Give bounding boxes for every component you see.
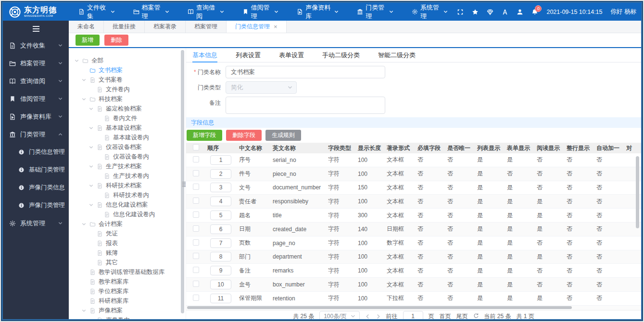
table-row-1[interactable]: 1序号serial_no字符100文本框否否是是否否否: [186, 153, 641, 167]
chevron-down-icon[interactable]: [82, 309, 89, 313]
workspace-tab-3[interactable]: 档案著录: [145, 21, 186, 33]
table-row-5[interactable]: 5题名title字符300文本框否否是是是否否: [186, 209, 641, 223]
tree-node-11[interactable]: 仪器设备卷内: [73, 152, 179, 161]
sidebar-item-3[interactable]: 查询借阅: [3, 72, 69, 90]
nav-menu-1[interactable]: 文件收集: [69, 3, 124, 21]
chevron-down-icon[interactable]: [89, 184, 97, 188]
order-input[interactable]: 3: [210, 183, 231, 192]
nav-menu-6[interactable]: 门类管理: [348, 3, 403, 21]
row-checkbox[interactable]: [193, 267, 199, 273]
row-checkbox[interactable]: [193, 211, 199, 218]
table-row-10[interactable]: 10盒号box_number字符100文本框否否是是否否否: [186, 278, 641, 292]
type-select[interactable]: 简化: [226, 81, 297, 94]
next-page-button[interactable]: [376, 314, 381, 319]
refresh-button[interactable]: [473, 313, 479, 319]
tree-node-7[interactable]: 卷内文件: [73, 113, 179, 123]
prev-page-button[interactable]: [365, 314, 370, 319]
row-checkbox[interactable]: [193, 295, 199, 301]
row-checkbox[interactable]: [193, 253, 199, 259]
table-horizontal-scrollbar[interactable]: [186, 306, 641, 310]
sidebar-item-7[interactable]: 系统管理: [3, 214, 69, 232]
nav-menu-7[interactable]: 系统管理: [403, 3, 457, 21]
splitter-grip[interactable]: ▬▬▬▬: [182, 181, 186, 186]
nav-menu-4[interactable]: 借阅管理: [233, 3, 288, 21]
order-input[interactable]: 4: [210, 197, 231, 206]
tree-node-6[interactable]: 鉴定检验档案: [73, 104, 179, 113]
field-button-2[interactable]: 删除字段: [226, 130, 262, 141]
order-input[interactable]: 10: [210, 280, 231, 289]
row-checkbox[interactable]: [193, 170, 199, 176]
topbar-icon-button[interactable]: [517, 9, 523, 15]
topbar-icon-button[interactable]: [457, 9, 464, 15]
chevron-down-icon[interactable]: [89, 107, 97, 111]
remark-textarea[interactable]: [226, 97, 385, 114]
order-input[interactable]: 7: [210, 238, 231, 248]
order-input[interactable]: 6: [210, 224, 231, 234]
nav-menu-2[interactable]: 档案管理: [124, 3, 179, 21]
row-checkbox[interactable]: [193, 198, 199, 204]
panel-tab-2[interactable]: 列表设置: [236, 48, 261, 62]
panel-tab-4[interactable]: 手动二级分类: [322, 48, 360, 62]
last-page-link[interactable]: 尾页: [456, 312, 468, 319]
workspace-tab-1[interactable]: 未命名: [69, 21, 104, 33]
tree-node-2[interactable]: 文书档案: [73, 65, 179, 75]
sidebar-item-5[interactable]: 声像资料库: [3, 108, 69, 125]
chevron-down-icon[interactable]: [82, 97, 89, 101]
close-icon[interactable]: ×: [274, 24, 278, 30]
tree-node-23[interactable]: 教学训练管理基础数据库: [73, 267, 179, 277]
tree-node-27[interactable]: 声像档案: [73, 306, 179, 315]
delete-button[interactable]: 删除: [104, 35, 128, 46]
tree-node-25[interactable]: 学位档案库: [73, 286, 179, 296]
topbar-icon-button[interactable]: [472, 9, 479, 15]
workspace-tab-5[interactable]: 门类信息管理×: [227, 21, 287, 33]
chevron-down-icon[interactable]: [89, 203, 97, 207]
panel-tab-3[interactable]: 表单设置: [279, 48, 304, 62]
order-input[interactable]: 5: [210, 211, 231, 220]
topbar-icon-button[interactable]: [502, 9, 508, 15]
row-checkbox[interactable]: [193, 225, 199, 232]
name-field[interactable]: 文书档案: [226, 66, 385, 78]
notifications-button[interactable]: 0: [531, 9, 538, 15]
topbar-icon-button[interactable]: [487, 9, 493, 15]
tree-node-8[interactable]: 基本建设档案: [73, 123, 179, 133]
select-all-checkbox[interactable]: [193, 144, 199, 150]
chevron-down-icon[interactable]: [82, 222, 89, 226]
table-row-7[interactable]: 7页数page_no字符100数字框否否是是否否否: [186, 236, 641, 250]
nav-menu-5[interactable]: 声像资料库: [288, 3, 348, 21]
tree-node-1[interactable]: 全部: [73, 56, 179, 65]
tree-node-21[interactable]: 账簿: [73, 248, 179, 258]
tree-node-17[interactable]: 信息化建设卷内: [73, 210, 179, 219]
tree-node-28[interactable]: 声像卷内: [73, 315, 179, 319]
goto-page-input[interactable]: 1: [403, 311, 423, 319]
add-button[interactable]: 新增: [76, 35, 100, 46]
order-input[interactable]: 11: [210, 294, 231, 303]
page-size-select[interactable]: 100条/页: [319, 311, 359, 319]
row-checkbox[interactable]: [193, 239, 199, 246]
tree-node-5[interactable]: 科技档案: [73, 94, 179, 104]
tree-node-16[interactable]: 信息化建设档案: [73, 200, 179, 210]
tree-node-3[interactable]: 文书案卷: [73, 75, 179, 85]
tree-node-26[interactable]: 科研档案库: [73, 296, 179, 306]
chevron-down-icon[interactable]: [75, 59, 82, 63]
sidebar-subitem-1[interactable]: 门类信息管理: [3, 143, 69, 161]
table-row-11[interactable]: 11保管期限retention字符100下拉框否否是是是否否: [186, 292, 641, 306]
tree-node-22[interactable]: 其它: [73, 258, 179, 267]
table-row-9[interactable]: 9备注remarks字符100文本框否否是是否否否: [186, 264, 641, 278]
nav-menu-3[interactable]: 查询借阅: [178, 3, 233, 21]
tree-node-24[interactable]: 教学档案库: [73, 277, 179, 286]
tree-node-20[interactable]: 报表: [73, 238, 179, 248]
tree-node-14[interactable]: 科研技术档案: [73, 181, 179, 190]
tree-node-18[interactable]: 会计档案: [73, 219, 179, 229]
table-row-4[interactable]: 4责任者responsibleby字符100文本框否否是是是否否: [186, 195, 641, 209]
row-checkbox[interactable]: [193, 281, 199, 287]
sidebar-subitem-4[interactable]: 声像门类管理: [3, 197, 69, 214]
chevron-down-icon[interactable]: [89, 164, 97, 169]
row-checkbox[interactable]: [193, 156, 199, 162]
table-vertical-scrollbar[interactable]: [636, 156, 639, 228]
table-row-6[interactable]: 6日期created_date字符140日期框否否是是是否否: [186, 223, 641, 236]
sidebar-item-4[interactable]: 借阅管理: [3, 90, 69, 108]
field-button-3[interactable]: 生成规则: [265, 130, 301, 141]
order-input[interactable]: 9: [210, 266, 231, 275]
table-row-8[interactable]: 8部门department字符100文本框否否是是是否否: [186, 250, 641, 264]
sidebar-subitem-2[interactable]: 基础门类管理: [3, 161, 69, 179]
